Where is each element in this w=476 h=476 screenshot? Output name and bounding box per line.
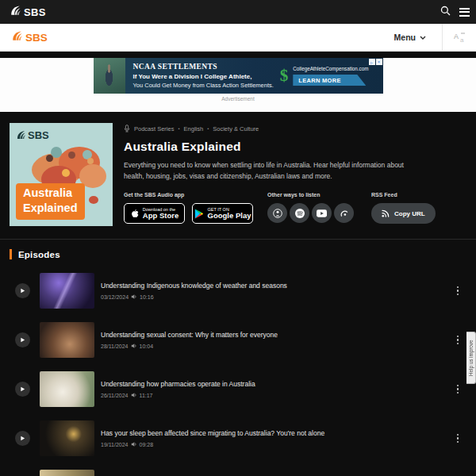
breadcrumb-category[interactable]: Society & Culture xyxy=(213,125,259,132)
ad-headline: NCAA SETTLEMENTS xyxy=(133,63,274,72)
episode-thumbnail[interactable] xyxy=(40,322,94,358)
ad-site-url: CollegeAthleteCompensation.com xyxy=(293,66,377,71)
youtube-icon xyxy=(317,209,327,217)
spotify-icon xyxy=(295,209,305,218)
episodes-section: Episodes Understanding Indigenous knowle… xyxy=(0,239,476,476)
artwork-sbs-logo: SBS xyxy=(16,129,49,141)
episode-row: Understanding sexual consent: Why it mat… xyxy=(0,322,476,358)
episode-thumbnail[interactable] xyxy=(40,273,94,309)
rss-label: RSS Feed xyxy=(371,192,436,198)
hamburger-menu-icon[interactable] xyxy=(459,8,470,17)
rss-group: RSS Feed Copy URL xyxy=(371,192,436,224)
youtube-button[interactable] xyxy=(312,203,332,223)
app-store-button[interactable]: Download on the App Store xyxy=(124,203,185,224)
episode-row: Understanding Indigenous knowledge of we… xyxy=(0,273,476,309)
ad-athlete-photo xyxy=(94,58,125,94)
episode-title[interactable]: Has your sleep been affected since migra… xyxy=(101,429,452,437)
rss-icon xyxy=(382,209,390,217)
copy-url-button[interactable]: Copy URL xyxy=(371,203,436,224)
episode-title[interactable]: Understanding Indigenous knowledge of we… xyxy=(101,282,452,290)
breadcrumb-language[interactable]: English xyxy=(184,125,204,132)
sbs-logo[interactable]: SBS xyxy=(10,5,46,20)
site-navbar: SBS Menu A a xyxy=(0,24,476,52)
menu-dropdown-button[interactable]: Menu xyxy=(394,33,426,42)
episode-duration: 10:04 xyxy=(140,344,154,349)
episode-duration: 11:17 xyxy=(140,393,153,398)
artwork-title-label: Australia Explained xyxy=(16,183,85,220)
apple-podcasts-button[interactable] xyxy=(267,203,287,223)
episode-row: Understanding how pharmacies operate in … xyxy=(0,371,476,407)
ad-line2: You Could Get Money from Class Action Se… xyxy=(133,82,274,89)
play-button[interactable] xyxy=(15,283,30,298)
podcast-artwork: SBS Australia Explained xyxy=(10,123,113,226)
breadcrumb: Podcast Series • English • Society & Cul… xyxy=(124,125,436,132)
episodes-heading: Episodes xyxy=(18,250,60,259)
play-icon xyxy=(20,386,25,392)
episode-title[interactable]: Understanding sexual consent: Why it mat… xyxy=(101,331,452,339)
top-app-bar: SBS xyxy=(0,0,476,24)
episode-options-button[interactable] xyxy=(452,336,463,345)
translate-icon: A a xyxy=(454,32,466,43)
google-play-button[interactable]: GET IT ON Google Play xyxy=(192,203,253,224)
play-button[interactable] xyxy=(15,382,30,397)
svg-text:A: A xyxy=(454,33,459,40)
spotify-button[interactable] xyxy=(290,203,309,223)
audio-icon xyxy=(131,294,137,300)
sbs-flame-icon xyxy=(10,5,21,20)
sbs-logo-text: SBS xyxy=(24,6,46,18)
play-icon xyxy=(20,337,25,343)
ad-dollar-sign: $ xyxy=(280,66,289,86)
chevron-down-icon xyxy=(420,36,426,40)
episode-date: 26/11/2024 xyxy=(101,393,129,398)
other-ways-group: Other ways to listen xyxy=(267,192,354,224)
episode-options-button[interactable] xyxy=(452,286,463,296)
episode-row-partial xyxy=(0,470,476,476)
play-button[interactable] xyxy=(15,431,30,446)
app-download-group: Get the SBS Audio app Download on the Ap… xyxy=(124,192,253,224)
episode-thumbnail[interactable] xyxy=(40,470,94,476)
ad-line1: If You Were a Division I College Athlete… xyxy=(133,73,274,81)
feedback-tab[interactable]: Help us improve xyxy=(466,332,476,384)
radio-dial-icon xyxy=(340,209,349,218)
ad-section: NCAA SETTLEMENTS If You Were a Division … xyxy=(0,58,476,112)
episode-options-button[interactable] xyxy=(452,434,463,443)
play-icon xyxy=(20,436,25,441)
episode-title[interactable]: Understanding how pharmacies operate in … xyxy=(101,380,452,388)
breadcrumb-type: Podcast Series xyxy=(134,125,174,132)
audio-icon xyxy=(131,343,137,349)
google-play-icon xyxy=(194,209,204,219)
episode-thumbnail[interactable] xyxy=(40,371,94,407)
episode-date: 28/11/2024 xyxy=(101,344,129,349)
play-icon xyxy=(20,288,25,294)
radio-app-button[interactable] xyxy=(334,203,354,223)
page-title: Australia Explained xyxy=(124,140,436,154)
menu-label: Menu xyxy=(394,33,416,42)
microphone-icon xyxy=(124,125,130,132)
episode-row: Has your sleep been affected since migra… xyxy=(0,420,476,456)
sbs-logo-text: SBS xyxy=(25,32,48,44)
episode-duration: 09:28 xyxy=(140,442,154,447)
heading-accent-bar xyxy=(10,249,12,259)
audio-icon xyxy=(131,441,137,447)
search-icon[interactable] xyxy=(440,5,451,19)
episode-date: 19/11/2024 xyxy=(101,442,129,447)
apple-podcasts-icon xyxy=(273,209,282,218)
audio-icon xyxy=(131,392,137,398)
advertisement-caption: Advertisement xyxy=(0,96,476,102)
listen-label: Other ways to listen xyxy=(267,192,354,198)
sbs-flame-icon xyxy=(11,30,23,45)
episode-thumbnail[interactable] xyxy=(40,420,94,456)
sbs-logo-orange[interactable]: SBS xyxy=(11,30,48,45)
app-label: Get the SBS Audio app xyxy=(124,192,253,198)
translate-button[interactable]: A a xyxy=(443,32,476,43)
episode-options-button[interactable] xyxy=(452,385,463,394)
episode-date: 03/12/2024 xyxy=(101,294,129,300)
ad-banner[interactable]: NCAA SETTLEMENTS If You Were a Division … xyxy=(94,58,383,94)
play-button[interactable] xyxy=(15,332,30,347)
svg-text:a: a xyxy=(460,36,464,43)
ad-learn-more-button[interactable]: LEARN MORE xyxy=(293,75,366,86)
podcast-description: Everything you need to know when settlin… xyxy=(124,160,419,182)
adchoices-icon[interactable]: ▹ xyxy=(369,59,375,65)
episode-duration: 10:16 xyxy=(140,294,154,300)
ad-close-icon[interactable]: × xyxy=(376,59,382,65)
